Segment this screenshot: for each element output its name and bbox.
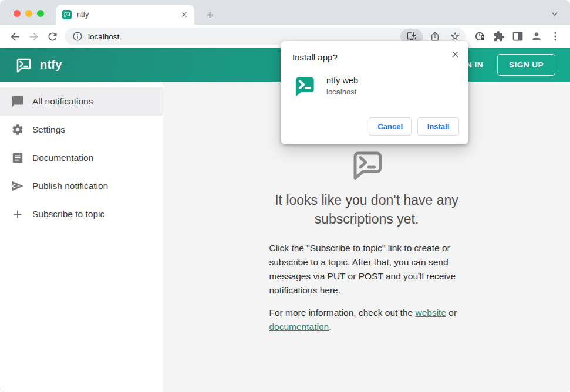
documentation-link[interactable]: documentation — [269, 322, 329, 332]
paragraph-text: For more information, check out the — [269, 307, 416, 317]
minimize-window-button[interactable] — [25, 10, 32, 17]
dialog-app-info: ntfy web localhost — [326, 75, 358, 96]
chat-bubble-icon — [11, 95, 24, 108]
sidebar-item-all-notifications[interactable]: All notifications — [0, 87, 163, 116]
ntfy-logo-icon — [15, 56, 32, 74]
plus-icon — [11, 208, 24, 221]
browser-tab[interactable]: ntfy — [56, 5, 194, 25]
dialog-app-name: ntfy web — [326, 75, 358, 85]
empty-state-paragraph: Click the "Subscribe to topic" link to c… — [269, 241, 464, 298]
site-info-icon[interactable] — [72, 29, 83, 44]
side-panel-icon[interactable] — [509, 28, 527, 45]
titlebar: ntfy — [0, 0, 570, 25]
profile-avatar-icon[interactable] — [528, 28, 545, 45]
sidebar-item-label: All notifications — [32, 96, 93, 107]
sidebar-item-label: Settings — [32, 124, 65, 135]
url-text[interactable]: localhost — [88, 32, 396, 41]
app-title: ntfy — [40, 58, 62, 72]
zoom-window-button[interactable] — [37, 10, 44, 17]
new-tab-plus-icon[interactable] — [203, 8, 217, 22]
install-app-dialog: Install app? ntfy web localhost Cancel I… — [281, 41, 468, 144]
password-extension-icon[interactable] — [471, 28, 489, 45]
tab-strip-chevron-icon[interactable] — [549, 8, 561, 20]
dialog-app-row: ntfy web localhost — [292, 75, 459, 98]
sidebar-item-subscribe-to-topic[interactable]: Subscribe to topic — [0, 200, 163, 228]
dialog-title: Install app? — [292, 52, 459, 62]
send-icon — [11, 180, 24, 192]
empty-state-links-paragraph: For more information, check out the webs… — [269, 306, 464, 334]
sidebar-item-documentation[interactable]: Documentation — [0, 144, 163, 172]
traffic-lights — [14, 10, 44, 17]
extensions-puzzle-icon[interactable] — [490, 28, 508, 45]
sign-up-button[interactable]: SIGN UP — [497, 54, 555, 76]
ntfy-favicon-icon — [62, 10, 72, 19]
gear-icon — [11, 123, 24, 136]
sidebar: All notifications Settings Documentation… — [0, 82, 163, 392]
menu-dots-icon[interactable] — [547, 28, 564, 45]
dialog-app-origin: localhost — [326, 87, 358, 96]
empty-state-heading: It looks like you don't have any subscri… — [244, 191, 490, 228]
install-button[interactable]: Install — [417, 117, 459, 136]
paragraph-text: or — [446, 307, 457, 317]
tab-title: ntfy — [77, 11, 174, 19]
paragraph-text: . — [329, 322, 331, 332]
sidebar-item-label: Publish notification — [32, 181, 108, 191]
ntfy-app-icon — [292, 75, 316, 98]
ntfy-empty-state-icon — [348, 147, 386, 183]
dialog-close-icon[interactable] — [450, 49, 460, 59]
back-icon[interactable] — [6, 28, 23, 45]
sidebar-item-label: Documentation — [32, 153, 93, 163]
sidebar-item-label: Subscribe to topic — [32, 209, 104, 219]
sidebar-item-publish-notification[interactable]: Publish notification — [0, 172, 163, 200]
document-icon — [11, 151, 24, 164]
browser-window: ntfy localhost — [0, 0, 570, 392]
dialog-actions: Cancel Install — [369, 117, 459, 136]
forward-icon[interactable] — [25, 28, 42, 45]
tab-close-icon[interactable] — [179, 9, 190, 20]
close-window-button[interactable] — [14, 10, 21, 17]
sidebar-item-settings[interactable]: Settings — [0, 116, 163, 144]
website-link[interactable]: website — [415, 307, 446, 317]
refresh-icon[interactable] — [43, 28, 61, 45]
cancel-button[interactable]: Cancel — [369, 117, 412, 136]
